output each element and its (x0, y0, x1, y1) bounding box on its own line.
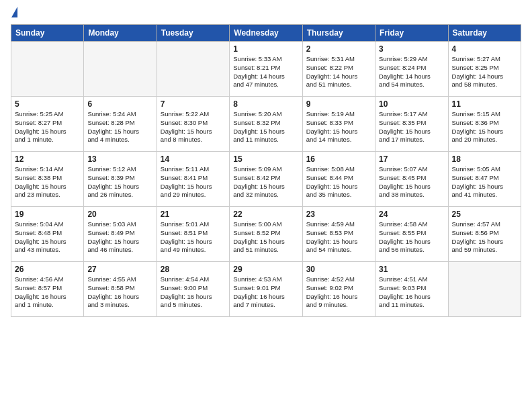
calendar-cell (448, 262, 521, 317)
day-number: 10 (379, 99, 444, 109)
day-number: 6 (87, 99, 152, 109)
calendar-cell: 16Sunrise: 5:08 AM Sunset: 8:44 PM Dayli… (302, 152, 375, 207)
cell-daylight-info: Sunrise: 5:07 AM Sunset: 8:45 PM Dayligh… (379, 165, 444, 199)
calendar-header-monday: Monday (84, 25, 157, 42)
cell-daylight-info: Sunrise: 4:52 AM Sunset: 9:02 PM Dayligh… (306, 275, 371, 310)
calendar-cell: 25Sunrise: 4:57 AM Sunset: 8:56 PM Dayli… (448, 207, 521, 262)
cell-daylight-info: Sunrise: 4:59 AM Sunset: 8:53 PM Dayligh… (306, 220, 371, 255)
day-number: 29 (233, 265, 298, 274)
day-number: 8 (233, 99, 298, 109)
day-number: 1 (233, 44, 298, 54)
calendar-week-row: 26Sunrise: 4:56 AM Sunset: 8:57 PM Dayli… (11, 262, 521, 317)
cell-daylight-info: Sunrise: 4:57 AM Sunset: 8:56 PM Dayligh… (452, 220, 517, 255)
calendar-table: SundayMondayTuesdayWednesdayThursdayFrid… (11, 24, 521, 317)
calendar-cell: 24Sunrise: 4:58 AM Sunset: 8:55 PM Dayli… (375, 207, 448, 262)
day-number: 5 (15, 99, 80, 109)
calendar-cell: 31Sunrise: 4:51 AM Sunset: 9:03 PM Dayli… (375, 262, 448, 317)
calendar-header-wednesday: Wednesday (230, 25, 302, 42)
calendar-week-row: 5Sunrise: 5:25 AM Sunset: 8:27 PM Daylig… (11, 97, 521, 152)
calendar-cell: 1Sunrise: 5:33 AM Sunset: 8:21 PM Daylig… (230, 42, 302, 97)
logo-triangle-icon (11, 7, 17, 17)
logo (11, 8, 17, 19)
cell-daylight-info: Sunrise: 4:58 AM Sunset: 8:55 PM Dayligh… (379, 220, 444, 255)
calendar-week-row: 1Sunrise: 5:33 AM Sunset: 8:21 PM Daylig… (11, 42, 521, 97)
day-number: 28 (161, 265, 226, 274)
calendar-cell: 5Sunrise: 5:25 AM Sunset: 8:27 PM Daylig… (11, 97, 84, 152)
cell-daylight-info: Sunrise: 5:19 AM Sunset: 8:33 PM Dayligh… (306, 110, 371, 144)
calendar-cell: 15Sunrise: 5:09 AM Sunset: 8:42 PM Dayli… (230, 152, 302, 207)
calendar-cell: 9Sunrise: 5:19 AM Sunset: 8:33 PM Daylig… (302, 97, 375, 152)
calendar-cell: 28Sunrise: 4:54 AM Sunset: 9:00 PM Dayli… (157, 262, 229, 317)
day-number: 23 (306, 210, 371, 219)
day-number: 19 (15, 210, 80, 219)
calendar-cell (84, 42, 157, 97)
cell-daylight-info: Sunrise: 4:51 AM Sunset: 9:03 PM Dayligh… (379, 275, 444, 310)
day-number: 31 (379, 265, 444, 274)
day-number: 20 (87, 210, 152, 219)
day-number: 18 (452, 154, 517, 164)
calendar-header-saturday: Saturday (448, 25, 521, 42)
calendar-cell: 7Sunrise: 5:22 AM Sunset: 8:30 PM Daylig… (157, 97, 229, 152)
cell-daylight-info: Sunrise: 4:55 AM Sunset: 8:58 PM Dayligh… (87, 275, 152, 310)
header (11, 8, 521, 19)
calendar-cell: 26Sunrise: 4:56 AM Sunset: 8:57 PM Dayli… (11, 262, 84, 317)
calendar-cell: 10Sunrise: 5:17 AM Sunset: 8:35 PM Dayli… (375, 97, 448, 152)
calendar-cell: 23Sunrise: 4:59 AM Sunset: 8:53 PM Dayli… (302, 207, 375, 262)
calendar-cell: 19Sunrise: 5:04 AM Sunset: 8:48 PM Dayli… (11, 207, 84, 262)
day-number: 25 (452, 210, 517, 219)
day-number: 9 (306, 99, 371, 109)
calendar-cell: 4Sunrise: 5:27 AM Sunset: 8:25 PM Daylig… (448, 42, 521, 97)
calendar-week-row: 12Sunrise: 5:14 AM Sunset: 8:38 PM Dayli… (11, 152, 521, 207)
calendar-header-row: SundayMondayTuesdayWednesdayThursdayFrid… (11, 25, 521, 42)
cell-daylight-info: Sunrise: 5:01 AM Sunset: 8:51 PM Dayligh… (161, 220, 226, 255)
cell-daylight-info: Sunrise: 5:29 AM Sunset: 8:24 PM Dayligh… (379, 55, 444, 89)
cell-daylight-info: Sunrise: 5:12 AM Sunset: 8:39 PM Dayligh… (87, 165, 152, 199)
cell-daylight-info: Sunrise: 5:22 AM Sunset: 8:30 PM Dayligh… (161, 110, 226, 144)
cell-daylight-info: Sunrise: 5:20 AM Sunset: 8:32 PM Dayligh… (233, 110, 298, 144)
calendar-cell (11, 42, 84, 97)
day-number: 12 (15, 154, 80, 164)
calendar-cell: 11Sunrise: 5:15 AM Sunset: 8:36 PM Dayli… (448, 97, 521, 152)
day-number: 21 (161, 210, 226, 219)
calendar-cell: 12Sunrise: 5:14 AM Sunset: 8:38 PM Dayli… (11, 152, 84, 207)
calendar-cell: 20Sunrise: 5:03 AM Sunset: 8:49 PM Dayli… (84, 207, 157, 262)
day-number: 16 (306, 154, 371, 164)
day-number: 24 (379, 210, 444, 219)
day-number: 26 (15, 265, 80, 274)
cell-daylight-info: Sunrise: 5:08 AM Sunset: 8:44 PM Dayligh… (306, 165, 371, 199)
cell-daylight-info: Sunrise: 5:33 AM Sunset: 8:21 PM Dayligh… (233, 55, 298, 89)
calendar-header-tuesday: Tuesday (157, 25, 229, 42)
cell-daylight-info: Sunrise: 5:00 AM Sunset: 8:52 PM Dayligh… (233, 220, 298, 255)
cell-daylight-info: Sunrise: 4:56 AM Sunset: 8:57 PM Dayligh… (15, 275, 80, 310)
calendar-cell: 18Sunrise: 5:05 AM Sunset: 8:47 PM Dayli… (448, 152, 521, 207)
cell-daylight-info: Sunrise: 5:15 AM Sunset: 8:36 PM Dayligh… (452, 110, 517, 144)
day-number: 7 (161, 99, 226, 109)
day-number: 13 (87, 154, 152, 164)
cell-daylight-info: Sunrise: 5:14 AM Sunset: 8:38 PM Dayligh… (15, 165, 80, 199)
cell-daylight-info: Sunrise: 5:25 AM Sunset: 8:27 PM Dayligh… (15, 110, 80, 144)
day-number: 17 (379, 154, 444, 164)
day-number: 15 (233, 154, 298, 164)
calendar-cell: 29Sunrise: 4:53 AM Sunset: 9:01 PM Dayli… (230, 262, 302, 317)
cell-daylight-info: Sunrise: 5:09 AM Sunset: 8:42 PM Dayligh… (233, 165, 298, 199)
calendar-cell: 13Sunrise: 5:12 AM Sunset: 8:39 PM Dayli… (84, 152, 157, 207)
calendar-cell: 2Sunrise: 5:31 AM Sunset: 8:22 PM Daylig… (302, 42, 375, 97)
page: SundayMondayTuesdayWednesdayThursdayFrid… (0, 0, 532, 411)
calendar-header-friday: Friday (375, 25, 448, 42)
cell-daylight-info: Sunrise: 5:05 AM Sunset: 8:47 PM Dayligh… (452, 165, 517, 199)
day-number: 27 (87, 265, 152, 274)
calendar-week-row: 19Sunrise: 5:04 AM Sunset: 8:48 PM Dayli… (11, 207, 521, 262)
day-number: 4 (452, 44, 517, 54)
cell-daylight-info: Sunrise: 5:31 AM Sunset: 8:22 PM Dayligh… (306, 55, 371, 89)
calendar-header-sunday: Sunday (11, 25, 84, 42)
calendar-cell: 14Sunrise: 5:11 AM Sunset: 8:41 PM Dayli… (157, 152, 229, 207)
day-number: 2 (306, 44, 371, 54)
day-number: 14 (161, 154, 226, 164)
calendar-cell: 30Sunrise: 4:52 AM Sunset: 9:02 PM Dayli… (302, 262, 375, 317)
cell-daylight-info: Sunrise: 5:11 AM Sunset: 8:41 PM Dayligh… (161, 165, 226, 199)
calendar-cell: 21Sunrise: 5:01 AM Sunset: 8:51 PM Dayli… (157, 207, 229, 262)
cell-daylight-info: Sunrise: 4:54 AM Sunset: 9:00 PM Dayligh… (161, 275, 226, 310)
calendar-cell: 6Sunrise: 5:24 AM Sunset: 8:28 PM Daylig… (84, 97, 157, 152)
calendar-cell: 8Sunrise: 5:20 AM Sunset: 8:32 PM Daylig… (230, 97, 302, 152)
calendar-cell (157, 42, 229, 97)
